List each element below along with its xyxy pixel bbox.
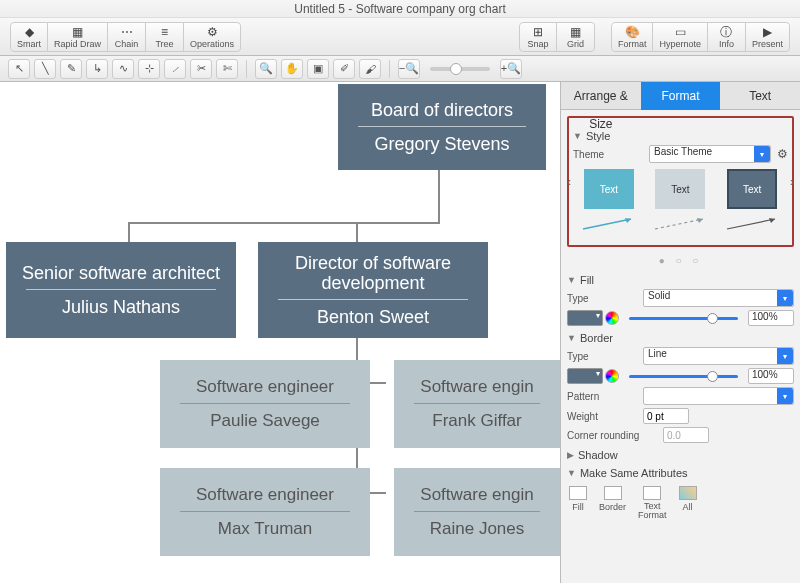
arrow-styles <box>573 213 788 235</box>
paint-tool[interactable]: 🖌 <box>359 59 381 79</box>
stamp-tool[interactable]: ▣ <box>307 59 329 79</box>
node-eng2[interactable]: Software engin Frank Giffar <box>394 360 560 448</box>
node-eng3[interactable]: Software engineer Max Truman <box>160 468 370 556</box>
operations-button[interactable]: ⚙Operations <box>184 22 241 52</box>
connector-tool[interactable]: ↳ <box>86 59 108 79</box>
weight-label: Weight <box>567 411 637 422</box>
present-button[interactable]: ▶Present <box>746 22 790 52</box>
make-same-header[interactable]: ▼Make Same Attributes <box>567 467 794 479</box>
border-color-picker[interactable] <box>567 368 619 384</box>
window-title: Untitled 5 - Software company org chart <box>0 0 800 18</box>
fill-opacity-value[interactable]: 100% <box>748 310 794 326</box>
canvas[interactable]: Board of directors Gregory Stevens Senio… <box>0 82 560 583</box>
style-header[interactable]: ▼Style <box>573 130 788 142</box>
color-swatch[interactable] <box>567 310 603 326</box>
border-opacity-value[interactable]: 100% <box>748 368 794 384</box>
rapid-draw-button[interactable]: ▦Rapid Draw <box>48 22 108 52</box>
same-border-button[interactable]: Border <box>599 486 626 520</box>
path-tool[interactable]: ∿ <box>112 59 134 79</box>
arrow-style-1[interactable] <box>581 215 636 233</box>
tab-text[interactable]: Text <box>720 82 800 110</box>
disclosure-triangle-icon: ▼ <box>567 468 576 478</box>
disclosure-triangle-icon: ▼ <box>567 275 576 285</box>
style-swatch-3[interactable]: Text <box>727 169 777 209</box>
zoom-in[interactable]: +🔍 <box>500 59 522 79</box>
page-dots[interactable]: ● ○ ○ <box>567 255 794 266</box>
fill-opacity-slider[interactable] <box>629 317 738 320</box>
tab-arrange[interactable]: Arrange & Size <box>561 82 641 110</box>
fill-color-picker[interactable] <box>567 310 619 326</box>
pen-tool[interactable]: ✎ <box>60 59 82 79</box>
zoom-slider[interactable] <box>430 67 490 71</box>
line-tool[interactable]: ╲ <box>34 59 56 79</box>
dropdown-arrow-icon: ▾ <box>754 146 770 162</box>
fill-type-select[interactable]: Solid▾ <box>643 289 794 307</box>
pattern-label: Pattern <box>567 391 637 402</box>
border-opacity-slider[interactable] <box>629 375 738 378</box>
node-director[interactable]: Director of software development Benton … <box>258 242 488 338</box>
tab-format[interactable]: Format <box>641 82 721 110</box>
style-swatch-1[interactable]: Text <box>584 169 634 209</box>
panel-body: ▼Style Theme Basic Theme▾ ⚙ Text Text Te… <box>561 110 800 583</box>
tree-button[interactable]: ≡Tree <box>146 22 184 52</box>
smart-icon: ◆ <box>25 25 34 39</box>
snap-button[interactable]: ⊞Snap <box>519 22 557 52</box>
node-architect[interactable]: Senior software architect Julius Nathans <box>6 242 236 338</box>
snap-icon: ⊞ <box>533 25 543 39</box>
connector <box>128 222 440 224</box>
info-icon: ⓘ <box>720 25 732 39</box>
theme-select[interactable]: Basic Theme▾ <box>649 145 771 163</box>
border-icon <box>604 486 622 500</box>
chevron-left-icon[interactable]: ‹ <box>567 175 571 189</box>
arrow-style-2[interactable] <box>653 215 708 233</box>
secondary-toolbar: ↖ ╲ ✎ ↳ ∿ ⊹ ⟋ ✂ ✄ 🔍 ✋ ▣ ✐ 🖌 −🔍 +🔍 <box>0 56 800 82</box>
style-swatch-2[interactable]: Text <box>655 169 705 209</box>
tool-group-right: 🎨Format ▭Hypernote ⓘInfo ▶Present <box>611 22 790 52</box>
node-eng4[interactable]: Software engin Raine Jones <box>394 468 560 556</box>
disclosure-triangle-icon: ▶ <box>567 450 574 460</box>
arrow-style-3[interactable] <box>725 215 780 233</box>
color-swatch[interactable] <box>567 368 603 384</box>
color-wheel-icon[interactable] <box>605 311 619 325</box>
smart-button[interactable]: ◆Smart <box>10 22 48 52</box>
anchor-tool[interactable]: ⊹ <box>138 59 160 79</box>
corner-input[interactable] <box>663 427 709 443</box>
hand-tool[interactable]: ✋ <box>281 59 303 79</box>
eyedropper-tool[interactable]: ✐ <box>333 59 355 79</box>
pointer-tool[interactable]: ↖ <box>8 59 30 79</box>
gear-icon[interactable]: ⚙ <box>777 147 788 161</box>
scissor-tool[interactable]: ✄ <box>216 59 238 79</box>
svg-line-4 <box>727 219 775 229</box>
same-textformat-button[interactable]: Text Format <box>638 486 667 520</box>
connector <box>356 222 358 242</box>
color-wheel-icon[interactable] <box>605 369 619 383</box>
chain-button[interactable]: ⋯Chain <box>108 22 146 52</box>
format-button[interactable]: 🎨Format <box>611 22 654 52</box>
grid-button[interactable]: ▦Grid <box>557 22 595 52</box>
pattern-select[interactable]: ▾ <box>643 387 794 405</box>
zoom-tool[interactable]: 🔍 <box>255 59 277 79</box>
same-all-button[interactable]: All <box>679 486 697 520</box>
crop-tool[interactable]: ⟋ <box>164 59 186 79</box>
cut-tool[interactable]: ✂ <box>190 59 212 79</box>
corner-label: Corner rounding <box>567 430 657 441</box>
info-button[interactable]: ⓘInfo <box>708 22 746 52</box>
border-type-select[interactable]: Line▾ <box>643 347 794 365</box>
node-board[interactable]: Board of directors Gregory Stevens <box>338 84 546 170</box>
chevron-right-icon[interactable]: › <box>790 175 794 189</box>
tool-group-draw: ◆Smart ▦Rapid Draw ⋯Chain ≡Tree ⚙Operati… <box>10 22 241 52</box>
node-eng1[interactable]: Software engineer Paulie Savege <box>160 360 370 448</box>
zoom-out[interactable]: −🔍 <box>398 59 420 79</box>
hypernote-button[interactable]: ▭Hypernote <box>653 22 708 52</box>
present-icon: ▶ <box>763 25 772 39</box>
weight-input[interactable] <box>643 408 689 424</box>
fill-header[interactable]: ▼Fill <box>567 274 794 286</box>
dropdown-arrow-icon: ▾ <box>777 290 793 306</box>
shadow-header[interactable]: ▶Shadow <box>567 449 794 461</box>
chain-icon: ⋯ <box>121 25 133 39</box>
border-header[interactable]: ▼Border <box>567 332 794 344</box>
panel-tabs: Arrange & Size Format Text <box>561 82 800 110</box>
same-fill-button[interactable]: Fill <box>569 486 587 520</box>
connector <box>128 222 130 242</box>
all-icon <box>679 486 697 500</box>
